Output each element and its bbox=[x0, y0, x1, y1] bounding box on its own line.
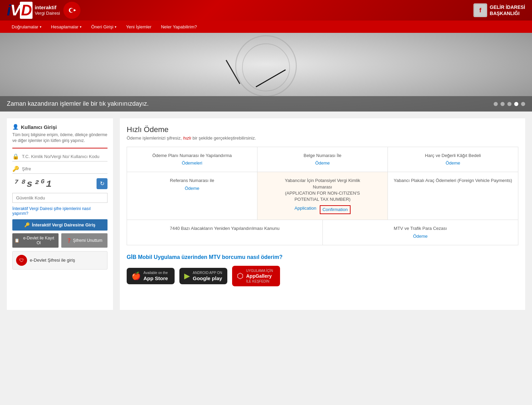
password-input[interactable] bbox=[22, 166, 107, 171]
payment-cell-yabanci: Yabancılar İçin Potansiyel Vergi Kimlik … bbox=[257, 172, 388, 220]
nav-oneri[interactable]: Öneri Girişi ▾ bbox=[86, 21, 121, 33]
captcha-refresh-button[interactable]: ↻ bbox=[97, 178, 107, 189]
svg-point-2 bbox=[70, 9, 74, 12]
payment-cell-harc: Harç ve Değerli Kâğıt Bedeli Ödeme bbox=[388, 147, 518, 172]
turkish-flag bbox=[63, 2, 80, 19]
secondary-buttons-row: 📋 e-Devlet ile Kayıt Ol ❓ Şifremi Unuttu… bbox=[12, 233, 107, 248]
password-field-icon: 🔑 bbox=[12, 166, 19, 172]
dot-3[interactable] bbox=[507, 102, 511, 106]
dropdown-arrow: ▾ bbox=[115, 25, 116, 29]
section-title: Hızlı Ödeme bbox=[127, 125, 518, 134]
header-logo-left: i V D interaktif Vergi Dairesi bbox=[7, 2, 80, 19]
app-badges: 🍎 Available on the App Store ▶ ANDROID A… bbox=[127, 266, 518, 286]
dot-2[interactable] bbox=[501, 102, 505, 106]
sidebar-title: 👤 Kullanıcı Girişi bbox=[12, 124, 107, 130]
payment-link-referans[interactable]: Ödeme bbox=[132, 185, 252, 192]
edevlet-login-button[interactable]: 🛡 e-Devlet Şifresi ile giriş bbox=[12, 251, 107, 270]
banner-dots bbox=[494, 102, 525, 106]
payment-cell-7440: 7440 Bazı Alacakların Yeniden Yapılandır… bbox=[127, 220, 323, 245]
nav-hesaplamalar[interactable]: Hesaplamalar ▾ bbox=[46, 21, 86, 33]
gib-text: GELİR İDARESİ BAŞKANLIĞI bbox=[490, 4, 525, 16]
user-field-icon: 🔒 bbox=[12, 153, 19, 160]
captcha-input[interactable] bbox=[12, 193, 107, 203]
payment-cell-plan: Ödeme Planı Numarası ile Yapılandırma Öd… bbox=[127, 147, 257, 172]
app-conf-links: Application Confirmation bbox=[263, 205, 382, 214]
logo-ivd-text: interaktif Vergi Dairesi bbox=[35, 4, 60, 16]
payment-row-2: Referans Numarası ile Ödeme Yabancılar İ… bbox=[127, 172, 518, 220]
dot-5[interactable] bbox=[521, 102, 525, 106]
main-nav: Doğrulamalar ▾ Hesaplamalar ▾ Öneri Giri… bbox=[0, 21, 532, 33]
googleplay-badge[interactable]: ▶ ANDROID APP ON Google play bbox=[179, 268, 227, 285]
nav-neler-yapabilirim[interactable]: Neler Yapabilirim? bbox=[156, 21, 202, 33]
logo-ivd: i V D interaktif Vergi Dairesi bbox=[7, 2, 60, 19]
edevlet-kayit-button[interactable]: 📋 e-Devlet ile Kayıt Ol bbox=[12, 233, 59, 248]
payment-row-1: Ödeme Planı Numarası ile Yapılandırma Öd… bbox=[127, 147, 518, 172]
dropdown-arrow: ▾ bbox=[80, 25, 81, 29]
appgallery-text: UYGULAMA İÇİN AppGallery İLE KEŞFEDİN bbox=[246, 269, 273, 284]
banner-text: Zaman kazandıran işlemler ile bir tık ya… bbox=[7, 100, 149, 107]
payment-cell-belge: Belge Numarası İle Ödeme bbox=[257, 147, 388, 172]
tc-input-group: 🔒 bbox=[12, 153, 107, 161]
nav-dogrulamalar[interactable]: Doğrulamalar ▾ bbox=[7, 21, 46, 33]
payment-cell-mtv: MTV ve Trafik Para Cezası Ödeme bbox=[323, 220, 518, 245]
section-subtitle: Ödeme işlemlerinizi şifresiz, hızlı bir … bbox=[127, 135, 518, 141]
login-button[interactable]: 🔑 İnteraktif Vergi Dairesine Giriş bbox=[12, 219, 107, 231]
header: i V D interaktif Vergi Dairesi bbox=[0, 0, 532, 21]
gib-logo: f GELİR İDARESİ BAŞKANLIĞI bbox=[473, 3, 525, 17]
right-content: Hızlı Ödeme Ödeme işlemlerinizi şifresiz… bbox=[120, 118, 525, 310]
android-icon: ▶ bbox=[184, 272, 190, 280]
clock-ring-inner bbox=[242, 43, 290, 91]
dot-1[interactable] bbox=[494, 102, 498, 106]
sidebar-divider bbox=[12, 148, 107, 148]
gib-mobile-section: GİB Mobil Uygulama üzerinden MTV borcumu… bbox=[127, 251, 518, 290]
dropdown-arrow: ▾ bbox=[40, 25, 41, 29]
hero-banner: Zaman kazandıran işlemler ile bir tık ya… bbox=[0, 33, 532, 112]
application-link[interactable]: Application bbox=[294, 205, 316, 214]
password-input-group: 🔑 bbox=[12, 166, 107, 174]
appstore-badge[interactable]: 🍎 Available on the App Store bbox=[127, 268, 175, 285]
question-icon: ❓ bbox=[66, 238, 72, 243]
tc-input[interactable] bbox=[22, 154, 107, 159]
payment-grid: Ödeme Planı Numarası ile Yapılandırma Öd… bbox=[127, 147, 518, 245]
logo-letters: i V D bbox=[7, 2, 33, 19]
sidebar-description: Tüm borç bilgisine erişim, ödeme, dilekç… bbox=[12, 132, 107, 144]
mtv-title[interactable]: GİB Mobil Uygulama üzerinden MTV borcumu… bbox=[127, 254, 518, 260]
googleplay-text: ANDROID APP ON Google play bbox=[193, 271, 222, 282]
captcha-area: ⁷⁸s²G1 ↻ bbox=[12, 178, 107, 190]
nav-yeni-islemler[interactable]: Yeni İşlemler bbox=[121, 21, 156, 33]
payment-cell-foreign-vehicle: Yabancı Plakalı Araç Ödemeleri (Foreign … bbox=[388, 172, 518, 220]
edevlet-shield-icon: 🛡 bbox=[16, 255, 27, 266]
appgallery-badge[interactable]: ⬡ UYGULAMA İÇİN AppGallery İLE KEŞFEDİN bbox=[232, 266, 280, 286]
payment-link-belge[interactable]: Ödeme bbox=[263, 160, 382, 166]
yabanci-text-block: Yabancılar İçin Potansiyel Vergi Kimlik … bbox=[263, 178, 382, 202]
payment-cell-referans: Referans Numarası ile Ödeme bbox=[127, 172, 257, 220]
payment-link-harc[interactable]: Ödeme bbox=[393, 160, 512, 166]
forgot-password-button[interactable]: ❓ Şifremi Unuttum bbox=[61, 233, 107, 248]
user-icon: 👤 bbox=[12, 124, 19, 130]
svg-text:f: f bbox=[479, 7, 482, 14]
payment-link-plan[interactable]: Ödemeleri bbox=[132, 160, 252, 166]
banner-overlay: Zaman kazandıran işlemler ile bir tık ya… bbox=[0, 96, 532, 112]
register-icon: 📋 bbox=[14, 238, 20, 243]
payment-link-mtv[interactable]: Ödeme bbox=[328, 233, 513, 239]
dot-4[interactable] bbox=[514, 102, 518, 106]
confirmation-link[interactable]: Confirmation bbox=[320, 205, 351, 214]
payment-row-3: 7440 Bazı Alacakların Yeniden Yapılandır… bbox=[127, 220, 518, 245]
sidebar: 👤 Kullanıcı Girişi Tüm borç bilgisine er… bbox=[7, 118, 113, 310]
key-icon: 🔑 bbox=[24, 222, 30, 227]
apple-icon: 🍎 bbox=[131, 272, 141, 280]
huawei-icon: ⬡ bbox=[237, 272, 243, 280]
password-help-link[interactable]: İnteraktif Vergi Dairesi şifre işlemleri… bbox=[12, 206, 107, 216]
appstore-text: Available on the App Store bbox=[143, 271, 168, 282]
main-content: 👤 Kullanıcı Girişi Tüm borç bilgisine er… bbox=[0, 112, 532, 317]
gib-icon: f bbox=[473, 3, 487, 17]
captcha-image: ⁷⁸s²G1 bbox=[12, 178, 53, 190]
